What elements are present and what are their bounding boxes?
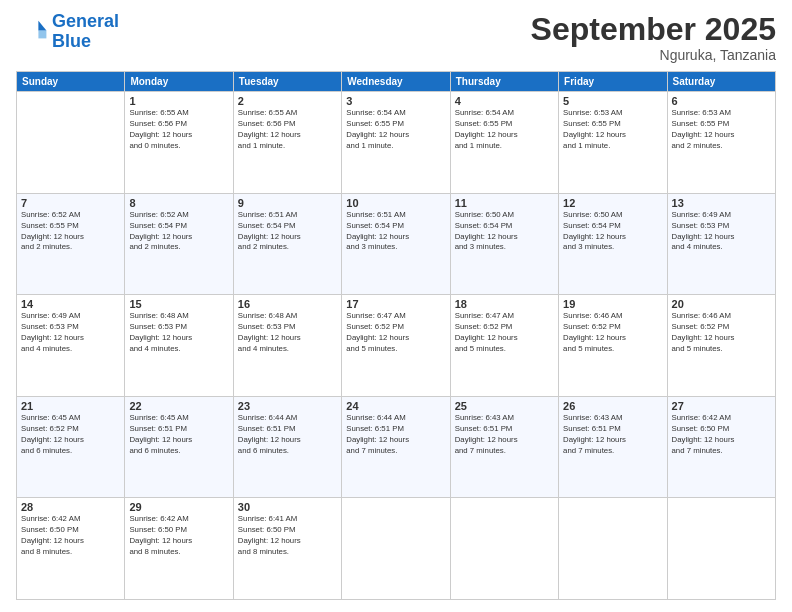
location: Nguruka, Tanzania: [531, 47, 776, 63]
day-info: Sunrise: 6:53 AMSunset: 6:55 PMDaylight:…: [672, 108, 771, 152]
day-info: Sunrise: 6:46 AMSunset: 6:52 PMDaylight:…: [672, 311, 771, 355]
calendar-cell: 21Sunrise: 6:45 AMSunset: 6:52 PMDayligh…: [17, 396, 125, 498]
calendar-day-header: Saturday: [667, 72, 775, 92]
calendar-cell: 24Sunrise: 6:44 AMSunset: 6:51 PMDayligh…: [342, 396, 450, 498]
day-info: Sunrise: 6:50 AMSunset: 6:54 PMDaylight:…: [455, 210, 554, 254]
calendar-cell: [667, 498, 775, 600]
logo-text: General Blue: [52, 12, 119, 52]
day-number: 10: [346, 197, 445, 209]
day-info: Sunrise: 6:55 AMSunset: 6:56 PMDaylight:…: [129, 108, 228, 152]
calendar-cell: 17Sunrise: 6:47 AMSunset: 6:52 PMDayligh…: [342, 295, 450, 397]
day-number: 16: [238, 298, 337, 310]
calendar-day-header: Friday: [559, 72, 667, 92]
day-info: Sunrise: 6:48 AMSunset: 6:53 PMDaylight:…: [238, 311, 337, 355]
day-info: Sunrise: 6:44 AMSunset: 6:51 PMDaylight:…: [346, 413, 445, 457]
day-number: 14: [21, 298, 120, 310]
day-number: 7: [21, 197, 120, 209]
day-number: 22: [129, 400, 228, 412]
calendar-cell: 3Sunrise: 6:54 AMSunset: 6:55 PMDaylight…: [342, 92, 450, 194]
calendar-header-row: SundayMondayTuesdayWednesdayThursdayFrid…: [17, 72, 776, 92]
day-info: Sunrise: 6:49 AMSunset: 6:53 PMDaylight:…: [21, 311, 120, 355]
day-number: 5: [563, 95, 662, 107]
logo: General Blue: [16, 12, 119, 52]
day-number: 17: [346, 298, 445, 310]
calendar-cell: 12Sunrise: 6:50 AMSunset: 6:54 PMDayligh…: [559, 193, 667, 295]
day-number: 8: [129, 197, 228, 209]
calendar-table: SundayMondayTuesdayWednesdayThursdayFrid…: [16, 71, 776, 600]
day-number: 23: [238, 400, 337, 412]
calendar-cell: 30Sunrise: 6:41 AMSunset: 6:50 PMDayligh…: [233, 498, 341, 600]
day-info: Sunrise: 6:54 AMSunset: 6:55 PMDaylight:…: [346, 108, 445, 152]
svg-marker-0: [38, 21, 46, 31]
day-info: Sunrise: 6:51 AMSunset: 6:54 PMDaylight:…: [238, 210, 337, 254]
day-number: 12: [563, 197, 662, 209]
calendar-cell: 1Sunrise: 6:55 AMSunset: 6:56 PMDaylight…: [125, 92, 233, 194]
calendar-cell: 5Sunrise: 6:53 AMSunset: 6:55 PMDaylight…: [559, 92, 667, 194]
calendar-day-header: Thursday: [450, 72, 558, 92]
calendar-cell: 2Sunrise: 6:55 AMSunset: 6:56 PMDaylight…: [233, 92, 341, 194]
day-number: 20: [672, 298, 771, 310]
calendar-cell: 16Sunrise: 6:48 AMSunset: 6:53 PMDayligh…: [233, 295, 341, 397]
svg-marker-1: [38, 30, 46, 38]
calendar-cell: 14Sunrise: 6:49 AMSunset: 6:53 PMDayligh…: [17, 295, 125, 397]
calendar-cell: [559, 498, 667, 600]
day-info: Sunrise: 6:42 AMSunset: 6:50 PMDaylight:…: [21, 514, 120, 558]
logo-line1: General: [52, 11, 119, 31]
day-number: 1: [129, 95, 228, 107]
calendar-cell: 26Sunrise: 6:43 AMSunset: 6:51 PMDayligh…: [559, 396, 667, 498]
day-number: 13: [672, 197, 771, 209]
day-info: Sunrise: 6:48 AMSunset: 6:53 PMDaylight:…: [129, 311, 228, 355]
day-info: Sunrise: 6:47 AMSunset: 6:52 PMDaylight:…: [455, 311, 554, 355]
day-number: 11: [455, 197, 554, 209]
calendar-cell: 10Sunrise: 6:51 AMSunset: 6:54 PMDayligh…: [342, 193, 450, 295]
calendar-week-row: 1Sunrise: 6:55 AMSunset: 6:56 PMDaylight…: [17, 92, 776, 194]
day-number: 4: [455, 95, 554, 107]
day-info: Sunrise: 6:53 AMSunset: 6:55 PMDaylight:…: [563, 108, 662, 152]
page: General Blue September 2025 Nguruka, Tan…: [0, 0, 792, 612]
calendar-week-row: 28Sunrise: 6:42 AMSunset: 6:50 PMDayligh…: [17, 498, 776, 600]
calendar-cell: 23Sunrise: 6:44 AMSunset: 6:51 PMDayligh…: [233, 396, 341, 498]
day-number: 29: [129, 501, 228, 513]
day-info: Sunrise: 6:49 AMSunset: 6:53 PMDaylight:…: [672, 210, 771, 254]
day-info: Sunrise: 6:42 AMSunset: 6:50 PMDaylight:…: [672, 413, 771, 457]
calendar-cell: 29Sunrise: 6:42 AMSunset: 6:50 PMDayligh…: [125, 498, 233, 600]
month-title: September 2025: [531, 12, 776, 47]
day-number: 6: [672, 95, 771, 107]
logo-icon: [16, 16, 48, 48]
calendar-week-row: 7Sunrise: 6:52 AMSunset: 6:55 PMDaylight…: [17, 193, 776, 295]
day-info: Sunrise: 6:41 AMSunset: 6:50 PMDaylight:…: [238, 514, 337, 558]
day-number: 3: [346, 95, 445, 107]
day-number: 30: [238, 501, 337, 513]
day-info: Sunrise: 6:43 AMSunset: 6:51 PMDaylight:…: [455, 413, 554, 457]
calendar-day-header: Sunday: [17, 72, 125, 92]
calendar-week-row: 21Sunrise: 6:45 AMSunset: 6:52 PMDayligh…: [17, 396, 776, 498]
header: General Blue September 2025 Nguruka, Tan…: [16, 12, 776, 63]
calendar-cell: 8Sunrise: 6:52 AMSunset: 6:54 PMDaylight…: [125, 193, 233, 295]
calendar-day-header: Wednesday: [342, 72, 450, 92]
day-number: 15: [129, 298, 228, 310]
day-number: 24: [346, 400, 445, 412]
day-number: 19: [563, 298, 662, 310]
day-number: 18: [455, 298, 554, 310]
calendar-cell: 20Sunrise: 6:46 AMSunset: 6:52 PMDayligh…: [667, 295, 775, 397]
calendar-day-header: Tuesday: [233, 72, 341, 92]
day-number: 26: [563, 400, 662, 412]
calendar-cell: 19Sunrise: 6:46 AMSunset: 6:52 PMDayligh…: [559, 295, 667, 397]
day-info: Sunrise: 6:45 AMSunset: 6:51 PMDaylight:…: [129, 413, 228, 457]
calendar-cell: 22Sunrise: 6:45 AMSunset: 6:51 PMDayligh…: [125, 396, 233, 498]
calendar-cell: 15Sunrise: 6:48 AMSunset: 6:53 PMDayligh…: [125, 295, 233, 397]
day-info: Sunrise: 6:54 AMSunset: 6:55 PMDaylight:…: [455, 108, 554, 152]
calendar-week-row: 14Sunrise: 6:49 AMSunset: 6:53 PMDayligh…: [17, 295, 776, 397]
day-number: 25: [455, 400, 554, 412]
day-info: Sunrise: 6:46 AMSunset: 6:52 PMDaylight:…: [563, 311, 662, 355]
day-info: Sunrise: 6:51 AMSunset: 6:54 PMDaylight:…: [346, 210, 445, 254]
day-number: 28: [21, 501, 120, 513]
calendar-cell: 28Sunrise: 6:42 AMSunset: 6:50 PMDayligh…: [17, 498, 125, 600]
calendar-cell: 4Sunrise: 6:54 AMSunset: 6:55 PMDaylight…: [450, 92, 558, 194]
day-info: Sunrise: 6:42 AMSunset: 6:50 PMDaylight:…: [129, 514, 228, 558]
day-info: Sunrise: 6:50 AMSunset: 6:54 PMDaylight:…: [563, 210, 662, 254]
calendar-cell: 9Sunrise: 6:51 AMSunset: 6:54 PMDaylight…: [233, 193, 341, 295]
day-info: Sunrise: 6:47 AMSunset: 6:52 PMDaylight:…: [346, 311, 445, 355]
day-info: Sunrise: 6:52 AMSunset: 6:54 PMDaylight:…: [129, 210, 228, 254]
calendar-cell: 18Sunrise: 6:47 AMSunset: 6:52 PMDayligh…: [450, 295, 558, 397]
